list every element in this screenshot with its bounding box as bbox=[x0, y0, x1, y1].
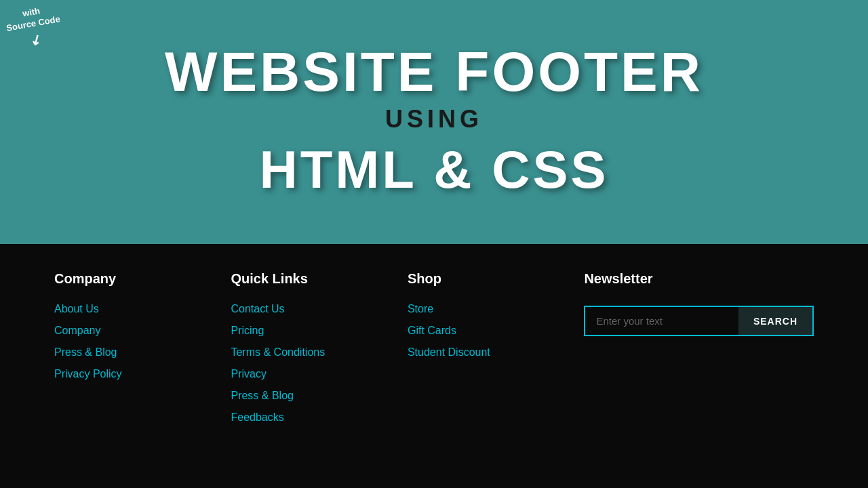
footer-link-terms[interactable]: Terms & Conditions bbox=[231, 346, 407, 359]
hero-title: WEBSITE FOOTER bbox=[165, 44, 703, 100]
footer-link-store[interactable]: Store bbox=[408, 303, 584, 315]
footer-link-gift-cards[interactable]: Gift Cards bbox=[408, 325, 584, 337]
footer-link-press-blog-ql[interactable]: Press & Blog bbox=[231, 390, 407, 402]
hero-subtitle: HTML & CSS bbox=[259, 139, 608, 201]
newsletter-heading: Newsletter bbox=[584, 271, 814, 287]
watermark: with Source Code ↙ bbox=[3, 3, 64, 54]
quick-links-heading: Quick Links bbox=[231, 271, 407, 287]
company-heading: Company bbox=[54, 271, 231, 287]
footer-link-about-us[interactable]: About Us bbox=[54, 303, 231, 315]
footer-link-company[interactable]: Company bbox=[54, 325, 231, 337]
hero-using: USING bbox=[385, 105, 483, 134]
hero-section: with Source Code ↙ WEBSITE FOOTER USING … bbox=[0, 0, 868, 244]
newsletter-search-button[interactable]: SEARCH bbox=[738, 307, 812, 335]
footer-company-col: Company About Us Company Press & Blog Pr… bbox=[54, 271, 231, 390]
footer-link-pricing[interactable]: Pricing bbox=[231, 325, 407, 337]
footer-link-press-blog[interactable]: Press & Blog bbox=[54, 346, 231, 359]
footer-link-privacy-policy[interactable]: Privacy Policy bbox=[54, 368, 231, 380]
footer-link-contact-us[interactable]: Contact Us bbox=[231, 303, 407, 315]
footer-link-privacy[interactable]: Privacy bbox=[231, 368, 407, 380]
footer-section: Company About Us Company Press & Blog Pr… bbox=[0, 244, 868, 488]
footer-quick-links-col: Quick Links Contact Us Pricing Terms & C… bbox=[231, 271, 407, 433]
footer-link-student-discount[interactable]: Student Discount bbox=[408, 346, 584, 359]
newsletter-input[interactable] bbox=[585, 307, 738, 335]
newsletter-form: SEARCH bbox=[584, 306, 814, 336]
footer-newsletter-col: Newsletter SEARCH bbox=[584, 271, 814, 336]
footer-link-feedbacks[interactable]: Feedbacks bbox=[231, 411, 407, 424]
footer-shop-col: Shop Store Gift Cards Student Discount bbox=[408, 271, 584, 368]
shop-heading: Shop bbox=[408, 271, 584, 287]
